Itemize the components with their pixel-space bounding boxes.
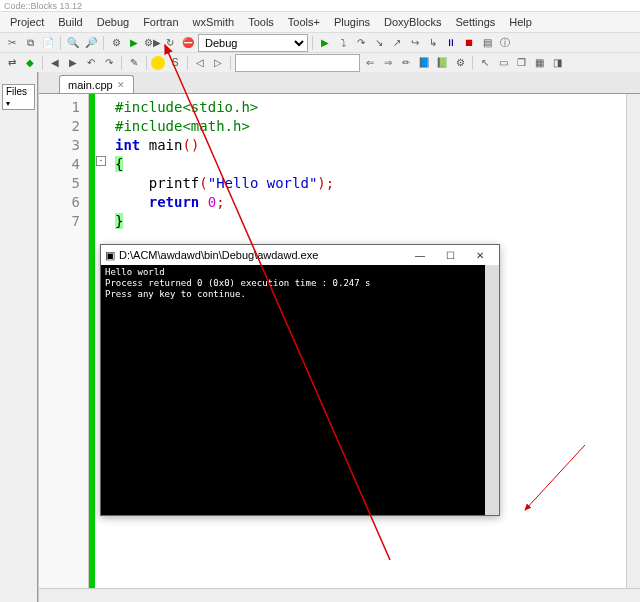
back-icon[interactable]: ◀: [47, 55, 63, 71]
cut-icon[interactable]: ✂: [4, 35, 20, 51]
console-scrollbar[interactable]: [485, 265, 499, 515]
menubar: Project Build Debug Fortran wxSmith Tool…: [0, 12, 640, 32]
line-number-gutter: 1 2 3 4 5 6 7: [39, 94, 89, 602]
debugging-windows-icon[interactable]: ▤: [479, 35, 495, 51]
console-line: Process returned 0 (0x0) execution time …: [105, 278, 495, 289]
run-icon[interactable]: ▶: [126, 35, 142, 51]
app-title: Code::Blocks 13.12: [4, 1, 82, 11]
console-output[interactable]: Hello world Process returned 0 (0x0) exe…: [101, 265, 499, 515]
maximize-button[interactable]: ☐: [435, 246, 465, 264]
break-debugger-icon[interactable]: ⏸: [443, 35, 459, 51]
menu-settings[interactable]: Settings: [450, 14, 502, 30]
pointer-icon[interactable]: ↖: [477, 55, 493, 71]
tabbar: main.cpp ✕: [39, 72, 640, 94]
find-icon[interactable]: 🔍: [65, 35, 81, 51]
next-match-icon[interactable]: ⇒: [380, 55, 396, 71]
console-line: Hello world: [105, 267, 495, 278]
doxy-config-icon[interactable]: ⚙: [452, 55, 468, 71]
separator: [121, 56, 122, 70]
separator: [60, 36, 61, 50]
prev-match-icon[interactable]: ⇐: [362, 55, 378, 71]
close-button[interactable]: ✕: [465, 246, 495, 264]
sidebar: Files ▾: [0, 72, 38, 602]
horizontal-scrollbar[interactable]: [39, 588, 640, 602]
menu-toolsplus[interactable]: Tools+: [282, 14, 326, 30]
separator: [312, 36, 313, 50]
menu-doxyblocks[interactable]: DoxyBlocks: [378, 14, 447, 30]
console-titlebar[interactable]: ▣ D:\ACM\awdawd\bin\Debug\awdawd.exe — ☐…: [101, 245, 499, 265]
grid-icon[interactable]: ▦: [531, 55, 547, 71]
console-window[interactable]: ▣ D:\ACM\awdawd\bin\Debug\awdawd.exe — ☐…: [100, 244, 500, 516]
menu-tools[interactable]: Tools: [242, 14, 280, 30]
menu-project[interactable]: Project: [4, 14, 50, 30]
toolbar-row-1: ✂ ⧉ 📄 🔍 🔎 ⚙ ▶ ⚙▶ ↻ ⛔ Debug ▶ ⤵ ↷ ↘ ↗ ↪ ↳…: [0, 32, 640, 52]
step-into-instr-icon[interactable]: ↳: [425, 35, 441, 51]
next-jump-icon[interactable]: ↷: [101, 55, 117, 71]
toggle-source-header-icon[interactable]: ⇄: [4, 55, 20, 71]
tab-label: main.cpp: [68, 79, 113, 91]
chevron-down-icon: ▾: [6, 99, 10, 108]
console-line: Press any key to continue.: [105, 289, 495, 300]
copy-icon[interactable]: ⧉: [22, 35, 38, 51]
stop-debugger-icon[interactable]: ⏹: [461, 35, 477, 51]
menu-fortran[interactable]: Fortran: [137, 14, 184, 30]
separator: [42, 56, 43, 70]
menu-help[interactable]: Help: [503, 14, 538, 30]
next-instruction-icon[interactable]: ↪: [407, 35, 423, 51]
forward-icon[interactable]: ▶: [65, 55, 81, 71]
highlight-matches-icon[interactable]: ✏: [398, 55, 414, 71]
menu-debug[interactable]: Debug: [91, 14, 135, 30]
console-icon: ▣: [105, 249, 115, 262]
tab-main-cpp[interactable]: main.cpp ✕: [59, 75, 134, 93]
separator: [146, 56, 147, 70]
run-to-cursor-icon[interactable]: ⤵: [335, 35, 351, 51]
wand-icon[interactable]: ✎: [126, 55, 142, 71]
bookmark-icon[interactable]: ◆: [22, 55, 38, 71]
find-replace-icon[interactable]: 🔎: [83, 35, 99, 51]
search-combo[interactable]: [235, 54, 360, 72]
sidebar-tab-files[interactable]: Files ▾: [2, 84, 35, 110]
abort-icon[interactable]: ⛔: [180, 35, 196, 51]
various-info-icon[interactable]: ⓘ: [497, 35, 513, 51]
menu-wxsmith[interactable]: wxSmith: [187, 14, 241, 30]
doxy2-icon[interactable]: 📗: [434, 55, 450, 71]
highlight-icon[interactable]: [151, 56, 165, 70]
menu-build[interactable]: Build: [52, 14, 88, 30]
select-icon[interactable]: ▭: [495, 55, 511, 71]
selected-text-icon[interactable]: Ѕ: [167, 55, 183, 71]
separator: [103, 36, 104, 50]
last-jump-icon[interactable]: ↶: [83, 55, 99, 71]
sidebar-tab-label: Files: [6, 86, 27, 97]
step-out-icon[interactable]: ↗: [389, 35, 405, 51]
build-target-combo[interactable]: Debug: [198, 34, 308, 52]
info-icon[interactable]: ◨: [549, 55, 565, 71]
next-line-icon[interactable]: ↷: [353, 35, 369, 51]
separator: [230, 56, 231, 70]
toolbar-row-2: ⇄ ◆ ◀ ▶ ↶ ↷ ✎ Ѕ ◁ ▷ ⇐ ⇒ ✏ 📘 📗 ⚙ ↖ ▭ ❐ ▦ …: [0, 52, 640, 72]
menu-plugins[interactable]: Plugins: [328, 14, 376, 30]
rebuild-icon[interactable]: ↻: [162, 35, 178, 51]
step-into-icon[interactable]: ↘: [371, 35, 387, 51]
vertical-scrollbar[interactable]: [626, 94, 640, 602]
separator: [472, 56, 473, 70]
prev-icon[interactable]: ◁: [192, 55, 208, 71]
debug-continue-icon[interactable]: ▶: [317, 35, 333, 51]
console-title-text: D:\ACM\awdawd\bin\Debug\awdawd.exe: [119, 249, 405, 261]
minimize-button[interactable]: —: [405, 246, 435, 264]
fold-toggle-icon[interactable]: -: [96, 156, 106, 166]
next-icon[interactable]: ▷: [210, 55, 226, 71]
build-icon[interactable]: ⚙: [108, 35, 124, 51]
build-and-run-icon[interactable]: ⚙▶: [144, 35, 160, 51]
paste-icon[interactable]: 📄: [40, 35, 56, 51]
window-icon[interactable]: ❐: [513, 55, 529, 71]
separator: [187, 56, 188, 70]
close-icon[interactable]: ✕: [117, 80, 125, 90]
doxy1-icon[interactable]: 📘: [416, 55, 432, 71]
app-titlebar: Code::Blocks 13.12: [0, 0, 640, 12]
